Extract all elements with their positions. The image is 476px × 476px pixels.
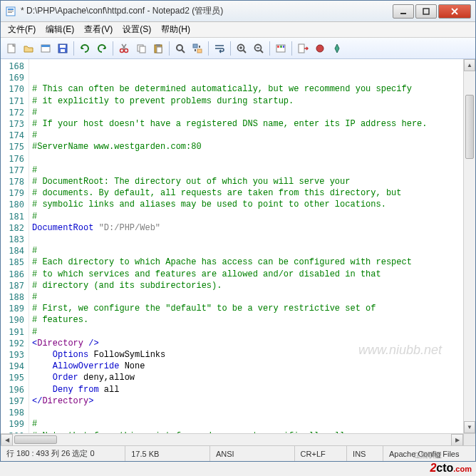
code-line[interactable]: # to which services and features are all… [32,269,460,280]
menubar: 文件(F) 编辑(E) 查看(V) 设置(S) 帮助(H) [1,22,475,38]
code-line[interactable] [32,407,460,418]
unknown2-button[interactable] [329,41,345,56]
paste-button[interactable] [150,41,166,56]
svg-rect-15 [140,46,145,53]
code-line[interactable]: # symbolic links and aliases may be used… [32,199,460,210]
exit-button[interactable] [295,41,311,56]
wordwrap-button[interactable] [212,41,227,56]
code-line[interactable]: # [32,245,460,257]
svg-point-13 [125,48,128,52]
explorer-icon [40,43,51,54]
line-gutter: 1681691701711721731741751761771781791801… [1,59,29,433]
zoom-out-button[interactable] [251,41,267,56]
svg-rect-4 [400,13,406,14]
zoom-in-button[interactable] [234,41,249,56]
menu-edit[interactable]: 编辑(E) [41,22,78,37]
find-icon [175,43,186,54]
menu-view[interactable]: 查看(V) [80,22,117,37]
status-filesize: 17.5 KB [125,446,210,461]
code-line[interactable] [32,234,460,245]
menu-help[interactable]: 帮助(H) [157,22,195,37]
code-line[interactable]: # [32,326,460,338]
hscroll-thumb[interactable] [14,435,57,444]
code-line[interactable]: # it explicitly to prevent problems duri… [32,95,460,107]
app-window: * D:\PHP\Apache\conf\httpd.conf - Notepa… [0,0,476,462]
svg-rect-8 [41,45,50,47]
code-line[interactable]: Options FollowSymLinks [32,349,460,361]
replace-button[interactable] [190,41,205,56]
status-position: 行 180 : 493 列 26 选定 0 [1,446,125,461]
code-line[interactable]: # features. [32,314,460,326]
code-line[interactable] [32,153,460,165]
toolbar-separator [169,41,170,56]
cut-button[interactable] [116,41,132,56]
svg-rect-3 [8,12,12,13]
svg-rect-18 [157,47,162,53]
copy-button[interactable] [133,41,149,56]
code-line[interactable]: # Note that from this point forward you … [32,430,460,434]
menu-file[interactable]: 文件(F) [4,22,40,37]
code-line[interactable]: </Directory> [32,395,460,407]
undo-icon [79,43,90,54]
code-area[interactable]: # This can often be determined automatic… [29,59,463,433]
status-insert: INS [347,446,383,461]
code-line[interactable]: # directory (and its subdirectories). [32,280,460,291]
code-line[interactable]: AllowOverride None [32,361,460,372]
code-line[interactable]: # DocumentRoot: The directory out of whi… [32,176,460,187]
undo-button[interactable] [77,41,93,56]
code-line[interactable]: # [32,291,460,303]
svg-point-29 [316,45,324,52]
new-file-button[interactable] [4,41,19,56]
code-line[interactable]: <Directory /> [32,338,460,349]
replace-icon [192,43,203,54]
code-line[interactable]: Deny from all [32,384,460,395]
svg-rect-5 [423,9,429,14]
close-button[interactable] [438,4,471,19]
code-line[interactable]: # [32,130,460,141]
svg-point-19 [177,45,182,51]
window-title: * D:\PHP\Apache\conf\httpd.conf - Notepa… [21,5,391,17]
code-line[interactable]: # [32,211,460,222]
vertical-scrollbar[interactable]: ▲ ▼ [463,59,475,433]
code-line[interactable]: #ServerName www.westgarden.com:80 [32,141,460,152]
scroll-left-button[interactable]: ◀ [1,434,13,446]
save-button[interactable] [55,41,71,56]
toolbar-separator [269,41,270,56]
explorer-button[interactable] [38,41,53,56]
scroll-down-button[interactable]: ▼ [464,421,475,433]
svg-rect-11 [61,49,65,52]
toolbar-separator [230,41,231,56]
minimize-button[interactable] [393,4,414,19]
scroll-thumb[interactable] [465,95,474,159]
find-button[interactable] [172,41,188,56]
horizontal-scrollbar[interactable]: ◀ ▶ [1,433,475,445]
code-line[interactable]: # [32,107,460,118]
titlebar[interactable]: * D:\PHP\Apache\conf\httpd.conf - Notepa… [1,1,475,22]
maximize-button[interactable] [415,4,437,19]
svg-point-12 [120,48,124,52]
svg-rect-10 [60,45,66,48]
open-file-icon [23,43,34,54]
svg-rect-1 [8,9,14,10]
code-line[interactable]: # Each directory to which Apache has acc… [32,257,460,268]
scheme-button[interactable] [273,41,289,56]
redo-button[interactable] [94,41,110,56]
scroll-right-button[interactable]: ▶ [451,434,463,446]
code-line[interactable]: # This can often be determined automatic… [32,83,460,95]
code-line[interactable]: DocumentRoot "D:/PHP/Web" [32,222,460,234]
code-line[interactable]: Order deny,allow [32,372,460,383]
svg-rect-21 [197,49,202,53]
code-line[interactable]: # If your host doesn't have a registered… [32,118,460,130]
svg-rect-27 [283,46,284,48]
zoom-out-icon [253,43,264,54]
open-file-button[interactable] [21,41,36,56]
code-line[interactable]: # [32,165,460,176]
code-line[interactable]: # [32,418,460,430]
unknown1-button[interactable] [312,41,328,56]
scroll-up-button[interactable]: ▲ [464,59,475,71]
code-line[interactable]: # documents. By default, all requests ar… [32,187,460,199]
unknown2-icon [331,43,343,54]
redo-icon [96,43,108,54]
menu-settings[interactable]: 设置(S) [118,22,155,37]
code-line[interactable]: # First, we configure the "default" to b… [32,303,460,314]
